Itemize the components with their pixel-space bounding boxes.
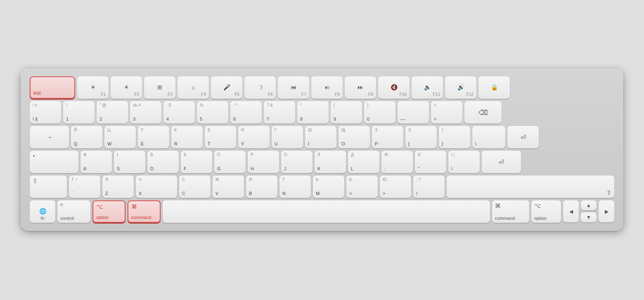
key-comma[interactable]: Б , < [346, 176, 378, 198]
key-7[interactable]: ? & 7 [264, 101, 295, 124]
t-bottom: T [208, 141, 211, 146]
key-semicolon[interactable]: Ж ; : [381, 151, 413, 173]
b-top: И [249, 177, 252, 182]
key-minus[interactable]: — [398, 101, 429, 124]
key-a[interactable]: Ф A [80, 151, 112, 173]
key-f11[interactable]: 🔉 F11 [412, 76, 443, 99]
key-k[interactable]: Л K [315, 151, 346, 173]
key-space[interactable] [163, 200, 490, 223]
key-fn[interactable]: 🌐 fn [30, 200, 55, 223]
2-top: " @ [99, 103, 106, 107]
key-f9[interactable]: ⏭ F9 [345, 76, 376, 99]
key-j[interactable]: О J [281, 151, 313, 173]
key-d[interactable]: В D [147, 151, 179, 173]
key-option-right[interactable]: ⌥ option [531, 200, 561, 223]
f5-label: F5 [234, 92, 239, 97]
key-quote[interactable]: Є ' " [415, 151, 446, 173]
key-caps[interactable]: • [30, 151, 78, 173]
key-f2[interactable]: ☀ F2 [111, 76, 142, 99]
key-f10[interactable]: 🔇 F10 [378, 76, 410, 99]
key-arrow-right[interactable]: ▶ [599, 200, 614, 222]
key-4[interactable]: ; $ 4 [163, 101, 195, 124]
key-equals[interactable]: + = [431, 101, 462, 124]
key-t[interactable]: Е T [205, 126, 236, 148]
equals-bottom: = [434, 117, 436, 121]
key-2[interactable]: " @ 2 [97, 101, 128, 124]
key-control[interactable]: ^ control [57, 200, 90, 223]
key-x[interactable]: Ч X [136, 176, 177, 198]
key-n[interactable]: Т N [279, 176, 311, 198]
key-command-left[interactable]: ⌘ command [128, 200, 161, 223]
v-bottom: V [215, 191, 218, 196]
command-right-label: command [495, 216, 515, 221]
key-q[interactable]: Й Q [71, 126, 102, 148]
key-9[interactable]: ( 9 [331, 101, 362, 124]
volume-up-icon: 🔊 [448, 84, 474, 90]
key-6[interactable]: : ^ 6 [230, 101, 262, 124]
key-f[interactable]: А F [181, 151, 212, 173]
key-arrow-down[interactable]: ▼ [581, 212, 597, 222]
key-lshift[interactable]: ⇧ [30, 176, 67, 198]
key-v[interactable]: М V [213, 176, 244, 198]
rshift-icon: ⇧ [606, 189, 611, 196]
key-f3[interactable]: ⊞ F3 [144, 76, 175, 99]
key-esc[interactable]: esc [30, 76, 75, 99]
key-c[interactable]: С C [179, 176, 211, 198]
key-backspace[interactable]: ⌫ [464, 101, 502, 124]
key-lock[interactable]: 🔒 [478, 76, 510, 99]
key-8[interactable]: * 8 [297, 101, 329, 124]
key-r[interactable]: К R [171, 126, 203, 148]
key-0[interactable]: ) 0 [364, 101, 395, 124]
key-p[interactable]: З P [372, 126, 403, 148]
control-icon: ^ [60, 202, 63, 209]
key-5[interactable]: % 5 [197, 101, 228, 124]
key-3[interactable]: № # 3 [130, 101, 161, 124]
volume-down-icon: 🔉 [414, 84, 440, 90]
option-left-icon: ⌥ [96, 203, 103, 210]
key-tab[interactable]: → [30, 126, 69, 148]
key-period[interactable]: Ю . > [380, 176, 411, 198]
key-enter-top[interactable]: ⏎ [507, 126, 539, 148]
key-1[interactable]: ! 1 [63, 101, 95, 124]
key-f6[interactable]: ☽ F6 [244, 76, 276, 99]
key-m[interactable]: Ь M [313, 176, 344, 198]
key-enter[interactable]: ⏎ [482, 151, 521, 173]
f-bottom: F [184, 166, 187, 171]
key-i[interactable]: Ш I [305, 126, 336, 148]
key-arrow-left[interactable]: ◀ [563, 200, 579, 222]
key-e[interactable]: У E [138, 126, 169, 148]
key-h[interactable]: Р H [248, 151, 279, 173]
key-f8[interactable]: ⏯ F8 [311, 76, 343, 99]
key-slash[interactable]: , ? / [413, 176, 445, 198]
key-f7[interactable]: ⏮ F7 [278, 76, 309, 99]
key-f5[interactable]: 🎤 F5 [211, 76, 242, 99]
s-bottom: S [117, 166, 120, 171]
key-intl[interactable]: ї | \ [448, 151, 480, 173]
key-f1[interactable]: ☀ F1 [77, 76, 109, 99]
key-option-left[interactable]: ⌥ option [92, 200, 125, 223]
key-arrow-up[interactable]: ▲ [581, 200, 597, 210]
key-y[interactable]: Н Y [238, 126, 270, 148]
key-g[interactable]: П G [214, 151, 246, 173]
g-bottom: G [217, 166, 221, 171]
key-s[interactable]: І S [114, 151, 145, 173]
key-w[interactable]: Ц W [104, 126, 136, 148]
rbracket-bottom: ] [442, 141, 443, 146]
key-backslash[interactable]: \ [472, 126, 505, 148]
key-backtick[interactable]: / ± \ § [30, 101, 61, 124]
o-bottom: O [341, 141, 345, 146]
key-b[interactable]: И B [246, 176, 277, 198]
key-rshift[interactable]: ⇧ [447, 176, 614, 198]
key-l[interactable]: Д L [348, 151, 379, 173]
key-u[interactable]: Г U [272, 126, 303, 148]
key-f4[interactable]: ⌕ F4 [178, 76, 209, 99]
key-z[interactable]: Я Z [102, 176, 134, 198]
key-extra[interactable]: Г ~ ` [69, 176, 100, 198]
q-top: Й [74, 128, 77, 132]
key-lbracket[interactable]: Х [ [405, 126, 437, 148]
key-command-right[interactable]: ⌘ command [492, 200, 529, 223]
key-rbracket[interactable]: Ї ] [439, 126, 470, 148]
key-o[interactable]: Щ O [339, 126, 370, 148]
key-f12[interactable]: 🔊 F12 [445, 76, 476, 99]
f-top: А [184, 152, 187, 157]
